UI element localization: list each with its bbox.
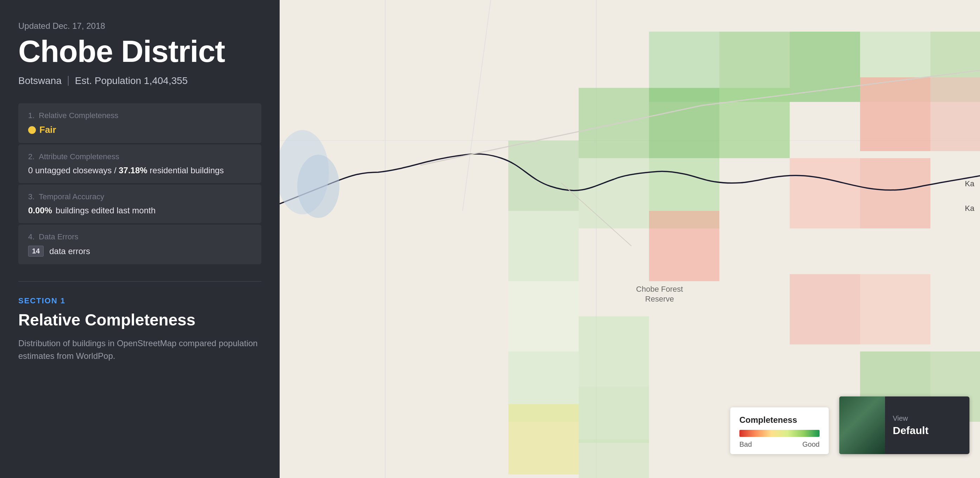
- metric-content-1: Fair: [28, 124, 251, 135]
- attribute-value: 0 untagged closeways / 37.18% residentia…: [28, 165, 224, 175]
- section-label: SECTION 1: [18, 296, 261, 305]
- svg-rect-13: [860, 77, 931, 151]
- attribute-bold: 37.18%: [119, 165, 147, 175]
- view-label: View: [893, 414, 929, 422]
- view-box[interactable]: View Default: [839, 397, 969, 454]
- svg-rect-10: [579, 88, 649, 158]
- svg-text:Ka: Ka: [965, 179, 975, 188]
- svg-text:Chobe Forest: Chobe Forest: [636, 285, 683, 294]
- fair-label: Fair: [40, 124, 56, 135]
- metric-number-4: 4.: [28, 232, 35, 241]
- svg-text:Reserve: Reserve: [645, 295, 674, 303]
- svg-rect-17: [579, 158, 649, 229]
- metric-header-1: 1. Relative Completeness: [28, 111, 251, 120]
- attribute-prefix: 0 untagged closeways /: [28, 165, 119, 175]
- country-label: Botswana: [18, 75, 62, 86]
- svg-rect-19: [649, 211, 719, 281]
- svg-rect-27: [860, 274, 931, 345]
- svg-text:Ka: Ka: [965, 204, 975, 213]
- svg-rect-14: [931, 77, 980, 151]
- svg-rect-21: [860, 158, 931, 229]
- view-name: Default: [893, 425, 929, 437]
- svg-rect-25: [579, 387, 649, 443]
- svg-rect-30: [508, 404, 579, 475]
- district-title: Chobe District: [18, 36, 261, 67]
- metric-number-3: 3.: [28, 192, 35, 202]
- svg-rect-22: [508, 281, 579, 351]
- legend-box: Completeness Bad Good: [730, 407, 829, 454]
- metric-content-2: 0 untagged closeways / 37.18% residentia…: [28, 165, 251, 175]
- view-thumbnail: [839, 397, 885, 454]
- metric-card-2: 2. Attribute Completeness 0 untagged clo…: [18, 145, 261, 183]
- legend-bad-label: Bad: [740, 440, 752, 448]
- svg-rect-26: [790, 274, 860, 345]
- view-text: View Default: [885, 414, 936, 437]
- location-divider: [68, 76, 68, 86]
- legend-good-label: Good: [802, 440, 819, 448]
- svg-rect-11: [649, 88, 719, 158]
- metric-content-3: 0.00% buildings edited last month: [28, 206, 251, 216]
- temporal-bold: 0.00%: [28, 206, 52, 216]
- metrics-container: 1. Relative Completeness Fair 2. Attribu…: [18, 103, 261, 264]
- legend-gradient: [740, 430, 819, 437]
- updated-label: Updated Dec. 17, 2018: [18, 21, 261, 31]
- metric-card-3: 3. Temporal Accuracy 0.00% buildings edi…: [18, 184, 261, 223]
- metric-header-2: 2. Attribute Completeness: [28, 152, 251, 161]
- section-desc: Distribution of buildings in OpenStreetM…: [18, 337, 261, 362]
- metric-label-1: Relative Completeness: [39, 111, 118, 120]
- left-panel: ‹ Updated Dec. 17, 2018 Chobe District B…: [0, 0, 280, 478]
- error-label: data errors: [49, 246, 90, 256]
- legend-labels: Bad Good: [740, 440, 819, 448]
- metric-label-3: Temporal Accuracy: [39, 192, 104, 202]
- map-area: Chobe Forest Reserve Ka Ka Completeness …: [280, 0, 980, 478]
- metric-number-2: 2.: [28, 152, 35, 161]
- metric-number-1: 1.: [28, 111, 35, 120]
- svg-rect-20: [790, 158, 860, 229]
- fair-dot-icon: [28, 126, 36, 134]
- metric-header-3: 3. Temporal Accuracy: [28, 192, 251, 202]
- error-badge: 14: [28, 246, 44, 257]
- temporal-suffix: buildings edited last month: [56, 206, 156, 216]
- svg-rect-31: [579, 439, 649, 478]
- svg-rect-7: [790, 32, 860, 102]
- metric-content-4: 14 data errors: [28, 246, 251, 257]
- population-label: Est. Population 1,404,355: [75, 75, 188, 86]
- back-button[interactable]: ‹: [271, 11, 280, 40]
- metric-label-4: Data Errors: [39, 232, 78, 241]
- svg-rect-15: [508, 141, 579, 211]
- svg-rect-16: [508, 211, 579, 281]
- section-title: Relative Completeness: [18, 310, 261, 329]
- section-divider: [18, 281, 261, 281]
- attribute-suffix: residential buildings: [147, 165, 224, 175]
- metric-card-1: 1. Relative Completeness Fair: [18, 103, 261, 143]
- svg-rect-24: [579, 316, 649, 387]
- legend-title: Completeness: [740, 415, 819, 425]
- location-row: Botswana Est. Population 1,404,355: [18, 75, 261, 86]
- metric-label-2: Attribute Completeness: [39, 152, 119, 161]
- view-thumbnail-overlay: [839, 397, 885, 454]
- metric-card-4: 4. Data Errors 14 data errors: [18, 225, 261, 264]
- svg-point-33: [297, 155, 339, 218]
- metric-header-4: 4. Data Errors: [28, 232, 251, 241]
